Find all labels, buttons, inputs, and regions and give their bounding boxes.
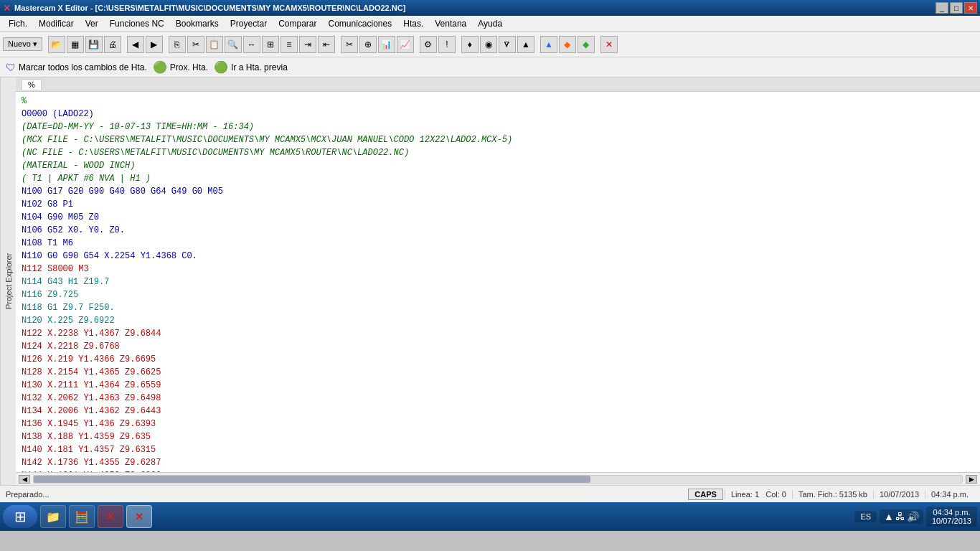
editor-tab: % — [16, 77, 980, 92]
cut-button[interactable]: ✂ — [187, 36, 204, 53]
menu-bookmarks[interactable]: Bookmarks — [170, 17, 225, 30]
grid-button[interactable]: ▦ — [67, 36, 84, 53]
system-clock[interactable]: 04:34 p.m. 10/07/2013 — [926, 507, 977, 527]
caps-indicator: CAPS — [688, 489, 723, 500]
taskbar-explorer[interactable]: 📁 — [40, 505, 66, 528]
status-text: Preparado... — [6, 490, 687, 499]
hscroll-track[interactable] — [33, 475, 963, 484]
tool5[interactable]: ✂ — [341, 36, 358, 53]
horizontal-scrollbar[interactable]: ◀ ▶ — [16, 472, 980, 485]
tool8[interactable]: 📈 — [397, 36, 414, 53]
tool1[interactable]: ⊞ — [262, 36, 279, 53]
code-line-4: (NC FILE - C:\USERS\METALFIT\MUSIC\DOCUM… — [22, 146, 974, 159]
status-date: 10/07/2013 — [873, 490, 925, 499]
menu-proyectar[interactable]: Proyectar — [225, 17, 273, 30]
nuevo-button[interactable]: Nuevo ▾ — [3, 37, 42, 51]
window-title: Mastercam X Editor - [C:\USERS\METALFIT\… — [14, 4, 936, 12]
code-line-10: N106 G52 X0. Y0. Z0. — [22, 224, 974, 237]
menu-ver[interactable]: Ver — [80, 17, 104, 30]
prev-hta-button[interactable]: 🟢 Ir a Hta. previa — [214, 60, 288, 74]
restore-button[interactable]: □ — [950, 2, 963, 14]
statusbar: Preparado... CAPS Linea: 1 Col: 0 Tam. F… — [0, 485, 980, 502]
taskbar-mcamx5[interactable]: ✕ — [98, 505, 123, 528]
taskbar-calc[interactable]: 🧮 — [69, 505, 95, 528]
find-button[interactable]: 🔍 — [225, 36, 242, 53]
tool6[interactable]: ⊕ — [359, 36, 377, 53]
print-button[interactable]: 🖨 — [104, 36, 121, 53]
clock-date: 10/07/2013 — [932, 517, 971, 525]
code-area[interactable]: %O0000 (LADO22)(DATE=DD-MM-YY - 10-07-13… — [16, 92, 980, 472]
mark-changes-button[interactable]: 🛡 Marcar todos los cambios de Hta. — [6, 62, 147, 73]
sidebar-label: Project Explorer — [4, 253, 13, 309]
save-button[interactable]: 💾 — [85, 36, 103, 53]
tool11[interactable]: ♦ — [461, 36, 479, 53]
copy-button[interactable]: ⎘ — [169, 36, 186, 53]
tool18[interactable]: ✕ — [600, 36, 618, 53]
mark-changes-label: Marcar todos los cambios de Hta. — [19, 62, 147, 72]
next-hta-button[interactable]: 🟢 Prox. Hta. — [153, 60, 208, 74]
menu-fich[interactable]: Fich. — [3, 17, 33, 30]
code-line-11: N108 T1 M6 — [22, 237, 974, 250]
project-explorer-sidebar[interactable]: Project Explorer — [0, 77, 16, 485]
nav-forward[interactable]: ▶ — [146, 36, 163, 53]
close-button[interactable]: ✕ — [964, 2, 977, 14]
tool4[interactable]: ⇤ — [318, 36, 335, 53]
system-tray[interactable]: ▲ 🖧 🔊 — [880, 509, 923, 524]
prev-icon: 🟢 — [214, 60, 228, 74]
code-line-16: N118 G1 Z9.7 F250. — [22, 301, 974, 314]
titlebar: ✕ Mastercam X Editor - [C:\USERS\METALFI… — [0, 0, 980, 16]
window-controls: _ □ ✕ — [936, 2, 977, 14]
tool12[interactable]: ◉ — [480, 36, 497, 53]
code-line-6: ( T1 | APKT #6 NVA | H1 ) — [22, 172, 974, 185]
taskbar-right: ES ▲ 🖧 🔊 04:34 p.m. 10/07/2013 — [854, 507, 977, 527]
prev-hta-label: Ir a Hta. previa — [231, 62, 288, 72]
code-line-25: N136 X.1945 Y1.436 Z9.6393 — [22, 418, 974, 430]
tray-network-icon: 🖧 — [895, 511, 905, 522]
code-line-27: N140 X.181 Y1.4357 Z9.6315 — [22, 443, 974, 456]
tool17[interactable]: ◆ — [578, 36, 595, 53]
hscroll-thumb[interactable] — [34, 476, 590, 483]
code-line-3: (MCX FILE - C:\USERS\METALFIT\MUSIC\DOCU… — [22, 133, 974, 146]
replace-button[interactable]: ↔ — [243, 36, 260, 53]
menu-comparar[interactable]: Comparar — [273, 17, 322, 30]
code-line-0: % — [22, 95, 974, 108]
menu-funciones-nc[interactable]: Funciones NC — [104, 17, 170, 30]
tool9[interactable]: ⚙ — [420, 36, 437, 53]
open-button[interactable]: 📂 — [48, 36, 65, 53]
tool16[interactable]: ◆ — [559, 36, 576, 53]
app-icon: ✕ — [3, 2, 11, 14]
menu-ventana[interactable]: Ventana — [429, 17, 472, 30]
file-tab[interactable]: % — [22, 79, 42, 90]
minimize-button[interactable]: _ — [936, 2, 948, 14]
menu-comunicaciones[interactable]: Comunicaciones — [323, 17, 398, 30]
tool2[interactable]: ≡ — [281, 36, 298, 53]
menu-htas[interactable]: Htas. — [397, 17, 429, 30]
tool7[interactable]: 📊 — [378, 36, 395, 53]
tool14[interactable]: ▲ — [517, 36, 534, 53]
tool10[interactable]: ! — [438, 36, 456, 53]
status-time: 04:34 p.m. — [925, 490, 974, 499]
clock-time: 04:34 p.m. — [932, 508, 971, 517]
code-line-24: N134 X.2006 Y1.4362 Z9.6443 — [22, 405, 974, 418]
tool13[interactable]: ⛛ — [499, 36, 516, 53]
tool3[interactable]: ⇥ — [299, 36, 316, 53]
taskbar-editor-active[interactable]: ✕ — [126, 505, 152, 528]
menubar: Fich. Modificar Ver Funciones NC Bookmar… — [0, 16, 980, 32]
paste-button[interactable]: 📋 — [206, 36, 223, 53]
code-line-22: N130 X.2111 Y1.4364 Z9.6559 — [22, 379, 974, 392]
code-line-21: N128 X.2154 Y1.4365 Z9.6625 — [22, 366, 974, 379]
scroll-right-button[interactable]: ▶ — [966, 475, 977, 484]
scroll-left-button[interactable]: ◀ — [19, 475, 30, 484]
menu-ayuda[interactable]: Ayuda — [472, 17, 508, 30]
code-line-14: N114 G43 H1 Z19.7 — [22, 276, 974, 288]
taskbar: ⊞ 📁 🧮 ✕ ✕ ES ▲ 🖧 🔊 04:34 p.m. 10/07/2013 — [0, 502, 980, 531]
shield-icon: 🛡 — [6, 62, 16, 73]
start-button[interactable]: ⊞ — [3, 505, 37, 528]
toolbar: Nuevo ▾ 📂 ▦ 💾 🖨 ◀ ▶ ⎘ ✂ 📋 🔍 ↔ ⊞ ≡ ⇥ ⇤ ✂ … — [0, 32, 980, 57]
menu-modificar[interactable]: Modificar — [33, 17, 80, 30]
tool15[interactable]: ▲ — [540, 36, 557, 53]
nav-back[interactable]: ◀ — [127, 36, 144, 53]
file-size: Tam. Fich.: 5135 kb — [792, 490, 873, 499]
next-hta-label: Prox. Hta. — [170, 62, 208, 72]
code-line-15: N116 Z9.725 — [22, 288, 974, 301]
